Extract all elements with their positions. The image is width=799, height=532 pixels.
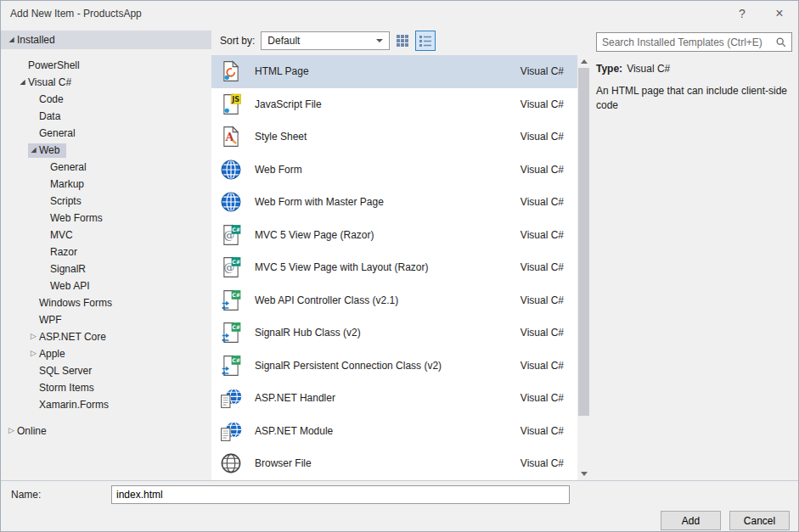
tree-item-markup[interactable]: Markup	[1, 176, 211, 193]
template-item-asp-net-module[interactable]: ASP.NET Module Visual C#	[211, 415, 577, 448]
chevron-down-icon	[376, 39, 383, 42]
sort-by-dropdown[interactable]: Default	[261, 31, 390, 50]
tree-item-storm-items[interactable]: Storm Items	[1, 379, 211, 396]
tree-item-label: Apple	[39, 348, 65, 360]
template-item-web-form-with-master-page[interactable]: Web Form with Master Page Visual C#	[211, 186, 577, 219]
svg-text:C#: C#	[232, 324, 240, 330]
svg-text:C#: C#	[232, 259, 240, 265]
tree-item-powershell[interactable]: PowerShell	[1, 57, 211, 74]
tree-item-web-api[interactable]: Web API	[1, 277, 211, 294]
template-item-mvc-5-view-page-with-layout-razor[interactable]: @C# MVC 5 View Page with Layout (Razor) …	[211, 251, 577, 284]
mvc-view-page-layout-icon: @C#	[220, 256, 242, 278]
template-name: Web Form with Master Page	[255, 196, 520, 208]
tree-item-asp-net-core[interactable]: ▷ ASP.NET Core	[1, 328, 211, 345]
template-item-signalr-persistent-connection-class-v2[interactable]: C# SignalR Persistent Connection Class (…	[211, 350, 577, 383]
template-item-style-sheet[interactable]: A Style Sheet Visual C#	[211, 120, 577, 154]
tree-item-data[interactable]: Data	[1, 108, 211, 125]
tree-expanded-icon[interactable]: ◢	[17, 79, 28, 86]
tree-item-web[interactable]: ◢ Web	[1, 142, 211, 159]
close-button[interactable]: ×	[761, 1, 798, 26]
name-row: Name:	[11, 485, 790, 504]
web-form-icon	[220, 159, 242, 181]
help-button[interactable]: ?	[723, 1, 761, 26]
tree-item-sql-server[interactable]: SQL Server	[1, 362, 211, 379]
tree-item-label: Markup	[50, 178, 84, 190]
tree-item-general[interactable]: General	[1, 159, 211, 176]
template-language: Visual C#	[520, 392, 564, 404]
tree-item-visual-c[interactable]: ◢ Visual C#	[1, 74, 211, 91]
style-sheet-icon: A	[220, 126, 242, 148]
tree-item-mvc[interactable]: MVC	[1, 227, 211, 244]
details-panel: Type:Visual C# An HTML page that can inc…	[590, 26, 798, 480]
tree-item-code[interactable]: Code	[1, 91, 211, 108]
tree-item-label: Code	[39, 93, 64, 105]
scroll-up-icon[interactable]	[577, 55, 590, 68]
tree-collapsed-icon[interactable]: ▷	[28, 350, 39, 357]
name-input[interactable]	[111, 485, 570, 504]
list-toolbar: Sort by: Default	[211, 26, 590, 55]
template-item-mvc-5-view-page-razor[interactable]: @C# MVC 5 View Page (Razor) Visual C#	[211, 219, 577, 252]
browser-file-icon	[220, 452, 242, 474]
category-tree: ◢ Installed PowerShell ◢ Visual C# Code …	[1, 26, 211, 480]
tree-item-label: Web API	[50, 280, 89, 292]
template-name: JavaScript File	[255, 98, 520, 110]
javascript-file-icon: JS	[220, 93, 242, 115]
tree-expanded-icon[interactable]: ◢	[6, 36, 17, 43]
template-language: Visual C#	[520, 261, 564, 273]
tree-item-windows-forms[interactable]: Windows Forms	[1, 294, 211, 311]
template-language: Visual C#	[520, 98, 564, 110]
template-name: Browser File	[255, 457, 520, 469]
search-input[interactable]	[602, 36, 772, 48]
type-value: Visual C#	[627, 63, 670, 75]
tree-item-wpf[interactable]: WPF	[1, 311, 211, 328]
tree-item-label: Razor	[50, 246, 77, 258]
scrollbar-thumb[interactable]	[578, 68, 589, 416]
template-name: Web Form	[255, 164, 520, 176]
svg-text:C#: C#	[232, 227, 240, 232]
window-title: Add New Item - ProductsApp	[10, 8, 142, 20]
template-name: Style Sheet	[255, 131, 520, 143]
tree-item-apple[interactable]: ▷ Apple	[1, 345, 211, 362]
tree-collapsed-icon[interactable]: ▷	[28, 333, 39, 340]
tree-item-label: Scripts	[50, 195, 82, 207]
tree-item-razor[interactable]: Razor	[1, 244, 211, 260]
list-view-button[interactable]	[415, 31, 436, 51]
search-box[interactable]	[596, 32, 792, 52]
scroll-down-icon[interactable]	[577, 468, 590, 480]
tree-item-scripts[interactable]: Scripts	[1, 193, 211, 210]
add-button[interactable]: Add	[661, 511, 721, 530]
tree-item-label: General	[39, 127, 76, 139]
tree-item-general[interactable]: General	[1, 125, 211, 142]
template-item-html-page[interactable]: HTML Page Visual C#	[211, 55, 577, 88]
template-item-signalr-hub-class-v2[interactable]: C# SignalR Hub Class (v2) Visual C#	[211, 316, 577, 350]
titlebar-buttons: ? ×	[723, 1, 798, 26]
tree-item-signalr[interactable]: SignalR	[1, 260, 211, 277]
template-item-web-api-controller-class-v2-1[interactable]: C# Web API Controller Class (v2.1) Visua…	[211, 284, 577, 317]
template-item-browser-file[interactable]: Browser File Visual C#	[211, 447, 577, 480]
template-name: MVC 5 View Page with Layout (Razor)	[255, 261, 520, 273]
template-language: Visual C#	[520, 164, 564, 176]
template-item-web-form[interactable]: Web Form Visual C#	[211, 154, 577, 187]
template-item-asp-net-handler[interactable]: ASP.NET Handler Visual C#	[211, 382, 577, 415]
template-name: HTML Page	[255, 65, 520, 77]
template-name: ASP.NET Module	[255, 425, 520, 437]
list-scrollbar[interactable]	[577, 55, 590, 480]
tree-collapsed-icon[interactable]: ▷	[6, 427, 17, 434]
template-name: ASP.NET Handler	[255, 392, 520, 404]
tree-expanded-icon[interactable]: ◢	[28, 147, 39, 154]
tree-item-online[interactable]: ▷ Online	[1, 423, 211, 440]
medium-icons-view-button[interactable]	[392, 31, 413, 51]
template-language: Visual C#	[520, 294, 564, 306]
cancel-button[interactable]: Cancel	[729, 511, 790, 530]
template-item-javascript-file[interactable]: JS JavaScript File Visual C#	[211, 88, 577, 121]
svg-text:C#: C#	[232, 292, 240, 298]
scrollbar-track[interactable]	[577, 68, 590, 468]
type-label: Type:	[596, 63, 622, 75]
tree-item-installed[interactable]: ◢ Installed	[1, 31, 211, 49]
search-icon[interactable]	[775, 36, 787, 48]
dialog-body: ◢ Installed PowerShell ◢ Visual C# Code …	[1, 26, 798, 480]
tree-item-label: General	[50, 161, 87, 173]
tree-item-label: Storm Items	[39, 382, 94, 394]
tree-item-xamarin-forms[interactable]: Xamarin.Forms	[1, 396, 211, 413]
tree-item-web-forms[interactable]: Web Forms	[1, 210, 211, 227]
